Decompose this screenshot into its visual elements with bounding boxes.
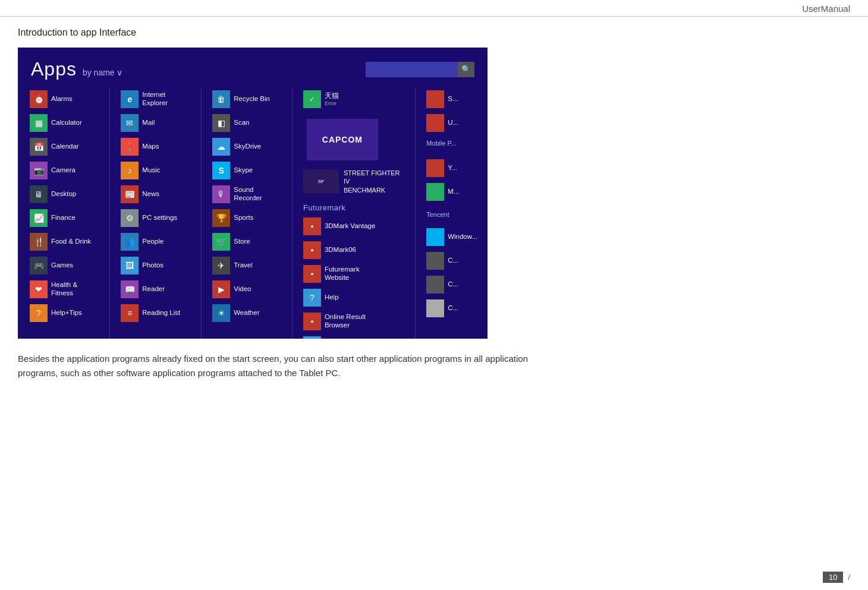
list-item[interactable]: S Skype xyxy=(207,159,286,182)
apps-sort[interactable]: by name ∨ xyxy=(83,68,122,77)
apps-search-button[interactable]: 🔍 xyxy=(458,62,474,77)
app-label-news: News xyxy=(142,190,159,198)
list-item[interactable]: ⏰ Alarms xyxy=(25,87,103,111)
list-item[interactable]: 🖼 Photos xyxy=(116,254,195,277)
app-label-partial-y: Y... xyxy=(448,164,457,172)
tianmao-icon: ✓ xyxy=(303,90,321,108)
mail-icon: ✉ xyxy=(121,114,139,132)
sf-label: STREET FIGHTER IVBENCHMARK xyxy=(344,169,404,194)
app-label-calendar: Calendar xyxy=(51,143,79,151)
list-item[interactable]: 👥 People xyxy=(116,230,195,254)
app-label-alarms: Alarms xyxy=(51,95,73,103)
app-label-futuremark-web: FuturemarkWebsite xyxy=(325,266,360,282)
list-item[interactable]: ✈ Travel xyxy=(207,254,286,277)
partial-c2-icon xyxy=(426,276,444,294)
col-divider-3 xyxy=(292,87,293,339)
soundrec-icon: 🎙 xyxy=(212,185,230,203)
list-item[interactable]: ◧ Scan xyxy=(207,111,286,135)
app-label-onlineresult: Online ResultBrowser xyxy=(325,313,366,330)
list-item[interactable]: 🎙 Sound Recorder xyxy=(207,182,286,206)
sports-icon: 🏆 xyxy=(212,209,230,227)
list-item[interactable]: 📰 News xyxy=(116,182,195,206)
col-divider-2 xyxy=(201,87,202,339)
list-item[interactable]: ● Online ResultBrowser xyxy=(298,310,409,333)
page-content: Introduction to app Interface Apps by na… xyxy=(0,17,868,416)
app-label-partial-m: M... xyxy=(448,188,459,196)
list-item[interactable]: ♪ Music xyxy=(116,159,195,182)
app-label-calculator: Calculator xyxy=(51,119,82,127)
list-item[interactable]: ☁ SkyDrive xyxy=(207,135,286,159)
app-label-people: People xyxy=(142,238,163,246)
list-item[interactable]: 📍 Maps xyxy=(116,135,195,159)
list-item[interactable]: 📈 Finance xyxy=(25,206,103,230)
list-item[interactable]: ? Readme xyxy=(298,333,409,339)
readme-icon: ? xyxy=(303,336,321,339)
list-item[interactable]: 📅 Calendar xyxy=(25,135,103,159)
list-item[interactable]: ✓ 天猫 Error xyxy=(298,87,409,111)
list-item[interactable]: Y... xyxy=(422,156,480,180)
list-item[interactable]: S... xyxy=(422,87,480,111)
app-col-2: e Internet Explorer ✉ Mail 📍 Maps ♪ Musi… xyxy=(116,87,195,339)
apps-sort-arrow: ∨ xyxy=(117,68,122,77)
list-item[interactable]: ☀ Weather xyxy=(207,301,286,325)
list-item[interactable]: ❤ Health & Fitness xyxy=(25,277,103,301)
capcom-label: CAPCOM xyxy=(322,135,363,144)
skydrive-icon: ☁ xyxy=(212,138,230,156)
partial-c-icon xyxy=(426,252,444,270)
app-label-partial-c3: C... xyxy=(448,304,458,313)
list-item[interactable]: 📖 Reader xyxy=(116,277,195,301)
reader-icon: 📖 xyxy=(121,280,139,298)
app-label-helptips: Help+Tips xyxy=(51,309,82,317)
list-item[interactable]: 🖥 Desktop xyxy=(25,182,103,206)
apps-title: Apps xyxy=(31,58,77,80)
page-number: 10 xyxy=(823,572,843,583)
list-item[interactable]: ≡ Reading List xyxy=(116,301,195,325)
list-item[interactable]: ⚙ PC settings xyxy=(116,206,195,230)
app-label-scan: Scan xyxy=(234,119,249,127)
col-divider-1 xyxy=(109,87,110,339)
list-item[interactable]: C... xyxy=(422,273,480,296)
page-footer: 10 / xyxy=(823,572,850,583)
app-col-5: S... U... Mobile P... Y... M... xyxy=(422,87,480,339)
list-item[interactable]: 🗑 Recycle Bin xyxy=(207,87,286,111)
list-item[interactable]: M... xyxy=(422,180,480,204)
tianmao-error: Error xyxy=(325,100,339,106)
list-item[interactable]: C... xyxy=(422,249,480,273)
app-col-3: 🗑 Recycle Bin ◧ Scan ☁ SkyDrive S Skype … xyxy=(207,87,286,339)
3dmark06-icon: ● xyxy=(303,241,321,259)
app-label-partial-c: C... xyxy=(448,257,458,265)
list-item[interactable]: ? Help+Tips xyxy=(25,301,103,325)
list-item[interactable]: ? Help xyxy=(298,286,409,310)
futuremark-category: Futuremark xyxy=(298,197,409,214)
app-label-3dmarkvantage: 3DMark Vantage xyxy=(325,222,375,231)
people-icon: 👥 xyxy=(121,233,139,251)
list-item[interactable]: ● FuturemarkWebsite xyxy=(298,262,409,286)
list-item[interactable]: ● 3DMark06 xyxy=(298,238,409,262)
list-item[interactable]: ● 3DMark Vantage xyxy=(298,214,409,238)
list-item[interactable]: 🛒 Store xyxy=(207,230,286,254)
apps-title-area: Apps by name ∨ xyxy=(31,58,122,80)
app-grid: ⏰ Alarms ▦ Calculator 📅 Calendar 📷 Camer… xyxy=(18,86,488,339)
list-item[interactable]: e Internet Explorer xyxy=(116,87,195,111)
app-label-ie: Internet Explorer xyxy=(142,91,190,108)
list-item[interactable]: ▶ Video xyxy=(207,277,286,301)
partial-y-icon xyxy=(426,159,444,177)
list-item[interactable]: 🎮 Games xyxy=(25,254,103,277)
list-item[interactable]: Window... xyxy=(422,225,480,249)
app-label-skydrive: SkyDrive xyxy=(234,143,261,151)
app-label-finance: Finance xyxy=(51,214,76,222)
app-label-video: Video xyxy=(234,285,251,294)
list-item[interactable]: SF STREET FIGHTER IVBENCHMARK xyxy=(298,166,409,197)
list-item[interactable]: U... xyxy=(422,111,480,135)
list-item[interactable]: 📷 Camera xyxy=(25,159,103,182)
list-item[interactable]: 🍴 Food & Drink xyxy=(25,230,103,254)
app-label-travel: Travel xyxy=(234,261,253,270)
apps-search-input[interactable] xyxy=(366,62,458,77)
tencent-section: Tencent xyxy=(422,204,480,225)
list-item[interactable]: ✉ Mail xyxy=(116,111,195,135)
list-item[interactable]: 🏆 Sports xyxy=(207,206,286,230)
app-label-windows: Window... xyxy=(448,233,477,241)
capcom-tile[interactable]: CAPCOM xyxy=(307,119,378,160)
list-item[interactable]: C... xyxy=(422,296,480,320)
list-item[interactable]: ▦ Calculator xyxy=(25,111,103,135)
